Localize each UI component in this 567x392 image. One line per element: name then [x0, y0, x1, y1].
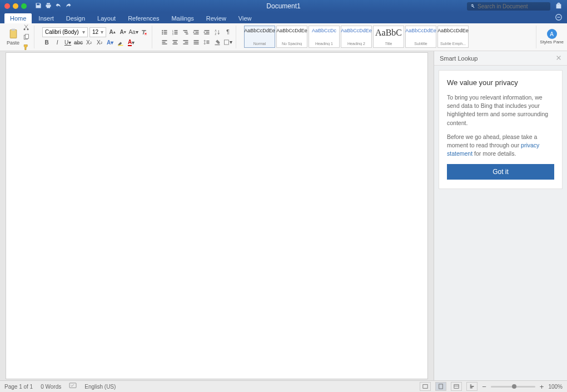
subscript-button[interactable]: X2 [84, 38, 93, 47]
styles-group: AaBbCcDdEeNormalAaBbCcDdEeNo SpacingAaBb… [241, 26, 531, 48]
bullets-icon[interactable] [160, 28, 169, 37]
superscript-button[interactable]: X2 [95, 38, 104, 47]
status-page[interactable]: Page 1 of 1 [4, 384, 33, 390]
sort-icon[interactable]: AZ [213, 28, 222, 37]
align-right-icon[interactable] [181, 38, 190, 47]
align-center-icon[interactable] [171, 38, 180, 47]
increase-indent-icon[interactable] [202, 28, 211, 37]
svg-rect-33 [162, 43, 167, 44]
maximize-window-button[interactable] [21, 3, 27, 9]
tab-review[interactable]: Review [201, 13, 232, 23]
tab-view[interactable]: View [233, 13, 257, 23]
status-words[interactable]: 0 Words [41, 384, 61, 390]
save-icon[interactable] [35, 2, 42, 10]
strikethrough-button[interactable]: abc [74, 38, 83, 47]
svg-rect-32 [162, 42, 166, 43]
decrease-indent-icon[interactable] [192, 28, 201, 37]
svg-rect-34 [173, 40, 178, 41]
svg-rect-54 [470, 386, 474, 387]
pane-title: Smart Lookup [440, 55, 478, 62]
style-heading-1[interactable]: AaBbCcDcHeading 1 [309, 26, 340, 48]
highlight-color-icon[interactable] [116, 38, 125, 47]
view-outline-button[interactable] [466, 382, 478, 391]
search-input[interactable] [478, 3, 547, 9]
clear-formatting-icon[interactable] [140, 28, 148, 37]
borders-icon[interactable]: ▾ [223, 38, 232, 47]
cut-icon[interactable] [22, 23, 31, 32]
view-readmode-button[interactable] [420, 382, 431, 391]
svg-rect-49 [423, 385, 427, 389]
zoom-level[interactable]: 100% [548, 384, 563, 390]
tab-references[interactable]: References [122, 13, 165, 23]
document-area[interactable] [0, 51, 434, 380]
svg-text:3: 3 [172, 33, 173, 35]
tab-layout[interactable]: Layout [92, 13, 121, 23]
svg-rect-47 [224, 39, 228, 44]
tab-mailings[interactable]: Mailings [166, 13, 199, 23]
svg-rect-13 [164, 33, 167, 34]
font-name-select[interactable]: Calibri (Body)▾ [42, 27, 88, 37]
copy-icon[interactable] [22, 33, 31, 42]
print-icon[interactable] [45, 2, 52, 10]
styles-pane-icon: A [547, 29, 557, 39]
justify-icon[interactable] [192, 38, 201, 47]
spellcheck-icon[interactable] [69, 383, 77, 390]
svg-rect-2 [11, 29, 15, 31]
paragraph-group: 123 AZ ¶ ▾ [157, 26, 236, 48]
font-size-select[interactable]: 12▾ [89, 27, 106, 37]
status-bar: Page 1 of 1 0 Words English (US) − + 100… [0, 380, 567, 392]
align-left-icon[interactable] [160, 38, 169, 47]
view-weblayout-button[interactable] [451, 382, 462, 391]
view-printlayout-button[interactable] [435, 382, 446, 391]
svg-rect-39 [183, 43, 188, 44]
show-marks-icon[interactable]: ¶ [223, 28, 232, 37]
bold-button[interactable]: B [42, 38, 51, 47]
svg-rect-19 [175, 33, 178, 34]
tab-home[interactable]: Home [4, 13, 32, 23]
svg-point-4 [27, 28, 29, 30]
format-painter-icon[interactable] [22, 43, 31, 52]
style-no-spacing[interactable]: AaBbCcDdEeNo Spacing [276, 26, 307, 48]
tab-design[interactable]: Design [61, 13, 91, 23]
pane-close-icon[interactable] [556, 55, 561, 62]
styles-pane-button[interactable]: A Styles Pane [536, 26, 564, 48]
status-language[interactable]: English (US) [84, 384, 116, 390]
shading-icon[interactable] [213, 38, 222, 47]
svg-rect-28 [205, 33, 210, 34]
zoom-in-button[interactable]: + [540, 383, 544, 391]
svg-rect-7 [118, 44, 123, 46]
style-title[interactable]: AaBbCTitle [373, 26, 404, 48]
got-it-button[interactable]: Got it [447, 164, 554, 180]
font-color-icon[interactable]: A▾ [127, 38, 136, 47]
zoom-out-button[interactable]: − [482, 383, 486, 391]
multilevel-list-icon[interactable] [181, 28, 190, 37]
undo-icon[interactable] [55, 2, 62, 10]
zoom-slider[interactable] [491, 386, 535, 388]
line-spacing-icon[interactable] [202, 38, 211, 47]
text-effects-icon[interactable]: A▾ [106, 38, 115, 47]
redo-icon[interactable] [65, 2, 72, 10]
grow-font-icon[interactable]: A▴ [108, 28, 117, 37]
svg-rect-23 [194, 30, 199, 31]
svg-text:Z: Z [215, 32, 217, 35]
style-normal[interactable]: AaBbCcDdEeNormal [244, 26, 275, 48]
svg-rect-42 [194, 43, 199, 44]
underline-button[interactable]: U▾ [63, 38, 72, 47]
style-subtle-emph-[interactable]: AaBbCcDdEeSubtle Emph... [437, 26, 469, 48]
minimize-window-button[interactable] [13, 3, 18, 9]
numbering-icon[interactable]: 123 [171, 28, 180, 37]
tab-insert[interactable]: Insert [33, 13, 59, 23]
paste-button[interactable]: Paste [7, 28, 19, 46]
change-case-icon[interactable]: Aa▾ [129, 28, 138, 37]
style-subtitle[interactable]: AaBbCcDdEeSubtitle [405, 26, 436, 48]
italic-button[interactable]: I [53, 38, 62, 47]
close-window-button[interactable] [4, 3, 10, 9]
smart-lookup-pane: Smart Lookup We value your privacy To br… [434, 51, 567, 380]
search-box[interactable] [467, 2, 550, 11]
ribbon-options-icon[interactable] [555, 13, 563, 23]
style-heading-2[interactable]: AaBbCcDdEeHeading 2 [341, 26, 372, 48]
share-icon[interactable] [555, 2, 563, 11]
shrink-font-icon[interactable]: A▾ [118, 28, 127, 37]
svg-rect-50 [439, 384, 443, 389]
document-page[interactable] [6, 52, 428, 379]
